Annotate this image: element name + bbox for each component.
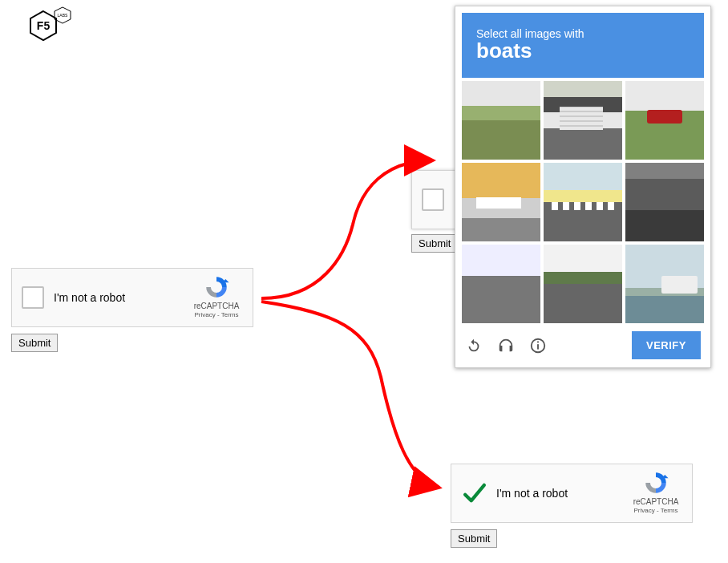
svg-rect-6: [537, 344, 539, 349]
reload-icon[interactable]: [465, 337, 483, 354]
recaptcha-anchor-initial: I'm not a robot reCAPTCHA Privacy - Term…: [11, 268, 253, 327]
recaptcha-anchor-label: I'm not a robot: [496, 487, 568, 500]
arrow-to-solved: [261, 302, 439, 488]
challenge-image-grid: [462, 81, 704, 323]
arrow-to-challenge: [261, 160, 433, 298]
svg-text:LABS: LABS: [58, 13, 68, 18]
recaptcha-logo-icon: [203, 273, 230, 301]
challenge-tile[interactable]: [462, 245, 540, 323]
f5-labs-logo: F5 LABS: [22, 6, 80, 48]
challenge-tile[interactable]: [462, 163, 540, 241]
challenge-tile[interactable]: [462, 81, 540, 160]
terms-link[interactable]: Terms: [221, 311, 239, 318]
recaptcha-state-initial: I'm not a robot reCAPTCHA Privacy - Term…: [11, 268, 253, 352]
privacy-link[interactable]: Privacy: [195, 311, 216, 318]
recaptcha-brand-name: reCAPTCHA: [628, 497, 684, 506]
recaptcha-image-challenge: Select all images with boats VERIFY: [455, 6, 711, 368]
checkmark-icon: [461, 480, 488, 507]
challenge-tile[interactable]: [625, 245, 704, 323]
recaptcha-brand-name: reCAPTCHA: [188, 302, 245, 310]
privacy-link[interactable]: Privacy: [634, 507, 655, 514]
submit-button-initial[interactable]: Submit: [11, 334, 58, 352]
recaptcha-branding: reCAPTCHA Privacy - Terms: [628, 469, 684, 514]
submit-button-behind[interactable]: Submit: [411, 234, 458, 253]
challenge-header: Select all images with boats: [462, 13, 704, 78]
headphones-icon[interactable]: [497, 337, 515, 354]
challenge-footer: VERIFY: [462, 323, 704, 361]
terms-link[interactable]: Terms: [661, 507, 678, 514]
challenge-tile[interactable]: [544, 245, 622, 323]
recaptcha-state-solved: I'm not a robot reCAPTCHA Privacy - Term…: [451, 464, 693, 548]
challenge-tile[interactable]: [544, 163, 622, 241]
challenge-subject: boats: [476, 40, 690, 62]
recaptcha-checkbox[interactable]: [422, 188, 444, 211]
challenge-tile[interactable]: [625, 81, 704, 160]
svg-text:F5: F5: [37, 19, 51, 32]
submit-button-solved[interactable]: Submit: [451, 529, 497, 548]
challenge-tile[interactable]: [544, 81, 622, 160]
recaptcha-anchor-label: I'm not a robot: [54, 291, 125, 304]
info-icon[interactable]: [529, 337, 547, 354]
svg-rect-7: [537, 341, 539, 342]
recaptcha-logo-icon: [642, 469, 669, 496]
recaptcha-checkbox[interactable]: [22, 286, 44, 309]
recaptcha-branding: reCAPTCHA Privacy - Terms: [188, 273, 245, 318]
challenge-tile[interactable]: [625, 163, 704, 241]
verify-button[interactable]: VERIFY: [632, 331, 701, 359]
recaptcha-anchor-solved: I'm not a robot reCAPTCHA Privacy - Term…: [451, 464, 693, 523]
